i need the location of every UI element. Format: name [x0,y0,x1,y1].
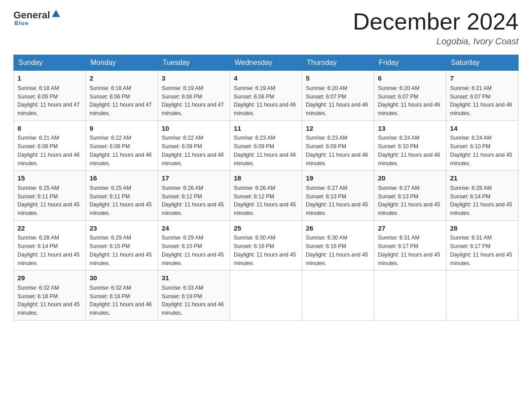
calendar-cell: 27 Sunrise: 6:31 AMSunset: 6:17 PMDaylig… [374,220,446,270]
day-number: 16 [90,173,154,183]
header-saturday: Saturday [446,55,519,71]
day-number: 9 [90,124,154,133]
calendar-cell: 16 Sunrise: 6:25 AMSunset: 6:11 PMDaylig… [86,171,158,221]
day-info: Sunrise: 6:23 AMSunset: 6:09 PMDaylight:… [306,135,368,166]
header-tuesday: Tuesday [158,55,230,71]
day-info: Sunrise: 6:25 AMSunset: 6:11 PMDaylight:… [17,185,80,216]
day-info: Sunrise: 6:18 AMSunset: 6:05 PMDaylight:… [17,85,80,116]
calendar-cell: 15 Sunrise: 6:25 AMSunset: 6:11 PMDaylig… [14,171,86,221]
day-number: 24 [162,223,226,233]
day-number: 29 [17,273,82,283]
day-info: Sunrise: 6:21 AMSunset: 6:07 PMDaylight:… [450,85,512,116]
day-number: 28 [450,223,515,233]
day-number: 19 [306,173,370,183]
calendar-cell: 5 Sunrise: 6:20 AMSunset: 6:07 PMDayligh… [302,71,374,121]
calendar-cell: 28 Sunrise: 6:31 AMSunset: 6:17 PMDaylig… [446,220,519,270]
calendar-cell: 13 Sunrise: 6:24 AMSunset: 6:10 PMDaylig… [374,120,446,171]
svg-marker-0 [52,10,60,17]
calendar-cell: 26 Sunrise: 6:30 AMSunset: 6:16 PMDaylig… [302,220,374,270]
calendar-cell: 20 Sunrise: 6:27 AMSunset: 6:13 PMDaylig… [374,171,446,221]
day-number: 6 [378,73,442,83]
day-number: 31 [162,273,226,283]
month-title: December 2024 [353,9,519,34]
header-friday: Friday [374,55,446,71]
day-info: Sunrise: 6:24 AMSunset: 6:10 PMDaylight:… [450,135,512,166]
day-number: 11 [234,124,298,133]
day-info: Sunrise: 6:18 AMSunset: 6:06 PMDaylight:… [90,85,152,116]
day-info: Sunrise: 6:19 AMSunset: 6:06 PMDaylight:… [234,85,296,116]
day-number: 17 [162,173,226,183]
day-number: 21 [450,173,515,183]
day-info: Sunrise: 6:27 AMSunset: 6:13 PMDaylight:… [306,185,368,216]
day-number: 18 [234,173,298,183]
calendar-cell: 23 Sunrise: 6:29 AMSunset: 6:15 PMDaylig… [86,220,158,270]
calendar-cell: 12 Sunrise: 6:23 AMSunset: 6:09 PMDaylig… [302,120,374,171]
day-number: 22 [17,223,82,233]
day-info: Sunrise: 6:24 AMSunset: 6:10 PMDaylight:… [378,135,440,166]
day-number: 2 [90,73,154,83]
day-info: Sunrise: 6:29 AMSunset: 6:15 PMDaylight:… [162,235,224,266]
day-number: 7 [450,73,515,83]
calendar-cell: 31 Sunrise: 6:33 AMSunset: 6:19 PMDaylig… [158,270,230,321]
calendar-header-row: Sunday Monday Tuesday Wednesday Thursday… [14,55,519,71]
day-number: 13 [378,124,442,133]
day-number: 20 [378,173,442,183]
calendar-cell: 8 Sunrise: 6:21 AMSunset: 6:08 PMDayligh… [14,120,86,171]
day-number: 23 [90,223,154,233]
day-number: 10 [162,124,226,133]
day-number: 26 [306,223,370,233]
day-number: 5 [306,73,370,83]
calendar-table: Sunday Monday Tuesday Wednesday Thursday… [13,55,519,321]
day-info: Sunrise: 6:28 AMSunset: 6:14 PMDaylight:… [450,185,512,216]
day-info: Sunrise: 6:26 AMSunset: 6:12 PMDaylight:… [162,185,224,216]
day-number: 3 [162,73,226,83]
calendar-cell [302,270,374,321]
day-info: Sunrise: 6:20 AMSunset: 6:07 PMDaylight:… [306,85,368,116]
calendar-cell: 9 Sunrise: 6:22 AMSunset: 6:08 PMDayligh… [86,120,158,171]
calendar-cell [446,270,519,321]
day-number: 30 [90,273,154,283]
day-number: 1 [17,73,82,83]
day-number: 25 [234,223,298,233]
calendar-cell: 21 Sunrise: 6:28 AMSunset: 6:14 PMDaylig… [446,171,519,221]
header-monday: Monday [86,55,158,71]
day-info: Sunrise: 6:22 AMSunset: 6:08 PMDaylight:… [90,135,152,166]
day-info: Sunrise: 6:19 AMSunset: 6:06 PMDaylight:… [162,85,224,116]
title-section: December 2024 Logobia, Ivory Coast [353,9,519,47]
day-info: Sunrise: 6:32 AMSunset: 6:18 PMDaylight:… [17,285,80,316]
logo: General Blue [13,9,61,26]
calendar-cell: 14 Sunrise: 6:24 AMSunset: 6:10 PMDaylig… [446,120,519,171]
day-info: Sunrise: 6:29 AMSunset: 6:15 PMDaylight:… [90,235,152,266]
day-info: Sunrise: 6:21 AMSunset: 6:08 PMDaylight:… [17,135,80,166]
page-header: General Blue December 2024 Logobia, Ivor… [13,9,519,47]
calendar-cell: 7 Sunrise: 6:21 AMSunset: 6:07 PMDayligh… [446,71,519,121]
calendar-week-row: 22 Sunrise: 6:28 AMSunset: 6:14 PMDaylig… [14,220,519,270]
day-info: Sunrise: 6:33 AMSunset: 6:19 PMDaylight:… [162,285,224,316]
day-info: Sunrise: 6:26 AMSunset: 6:12 PMDaylight:… [234,185,296,216]
calendar-week-row: 29 Sunrise: 6:32 AMSunset: 6:18 PMDaylig… [14,270,519,321]
day-info: Sunrise: 6:31 AMSunset: 6:17 PMDaylight:… [450,235,512,266]
day-number: 15 [17,173,82,183]
day-number: 12 [306,124,370,133]
header-wednesday: Wednesday [230,55,302,71]
calendar-cell: 30 Sunrise: 6:32 AMSunset: 6:18 PMDaylig… [86,270,158,321]
calendar-cell: 2 Sunrise: 6:18 AMSunset: 6:06 PMDayligh… [86,71,158,121]
header-thursday: Thursday [302,55,374,71]
day-number: 8 [17,124,82,133]
calendar-cell: 29 Sunrise: 6:32 AMSunset: 6:18 PMDaylig… [14,270,86,321]
calendar-cell: 4 Sunrise: 6:19 AMSunset: 6:06 PMDayligh… [230,71,302,121]
location: Logobia, Ivory Coast [353,36,519,47]
calendar-cell: 22 Sunrise: 6:28 AMSunset: 6:14 PMDaylig… [14,220,86,270]
day-info: Sunrise: 6:22 AMSunset: 6:09 PMDaylight:… [162,135,224,166]
day-info: Sunrise: 6:30 AMSunset: 6:16 PMDaylight:… [306,235,368,266]
calendar-cell: 6 Sunrise: 6:20 AMSunset: 6:07 PMDayligh… [374,71,446,121]
day-info: Sunrise: 6:30 AMSunset: 6:16 PMDaylight:… [234,235,296,266]
calendar-week-row: 15 Sunrise: 6:25 AMSunset: 6:11 PMDaylig… [14,171,519,221]
calendar-cell: 18 Sunrise: 6:26 AMSunset: 6:12 PMDaylig… [230,171,302,221]
day-info: Sunrise: 6:32 AMSunset: 6:18 PMDaylight:… [90,285,152,316]
calendar-cell: 1 Sunrise: 6:18 AMSunset: 6:05 PMDayligh… [14,71,86,121]
calendar-cell: 24 Sunrise: 6:29 AMSunset: 6:15 PMDaylig… [158,220,230,270]
logo-triangle-icon [51,9,61,19]
day-info: Sunrise: 6:20 AMSunset: 6:07 PMDaylight:… [378,85,440,116]
calendar-week-row: 8 Sunrise: 6:21 AMSunset: 6:08 PMDayligh… [14,120,519,171]
